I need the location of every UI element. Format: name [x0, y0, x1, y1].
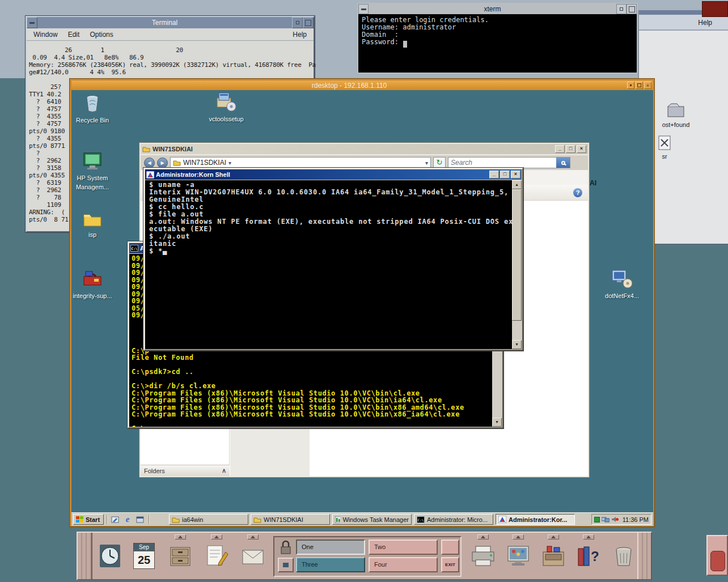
close-button[interactable]: × — [511, 171, 520, 179]
desktop-icon-integrity-support[interactable]: integrity-sup... — [73, 269, 112, 300]
subpanel-arrow-icon[interactable] — [548, 534, 559, 539]
subpanel-arrow-icon[interactable] — [477, 534, 489, 539]
xterm-titlebar[interactable]: xterm — [358, 4, 637, 14]
taskbar-button-win71sdkiai[interactable]: WIN71SDKIAI — [251, 514, 330, 525]
icon-label: integrity-sup... — [73, 292, 112, 300]
scroll-down-icon[interactable]: ▼ — [492, 418, 502, 427]
icon-label: Managem... — [73, 184, 112, 191]
workspace-three-button[interactable]: Three — [296, 557, 365, 572]
chevron-up-icon[interactable]: ∧ — [222, 467, 226, 474]
scrollbar[interactable]: ▲ ▼ — [512, 180, 522, 349]
scroll-up-icon[interactable]: ▲ — [512, 180, 522, 189]
panel-text-editor[interactable] — [203, 541, 230, 571]
search-button[interactable] — [556, 158, 570, 168]
quicklaunch-show-desktop[interactable] — [110, 515, 120, 524]
workspace-one-button[interactable]: One — [296, 539, 365, 555]
refresh-button[interactable]: ↻ — [433, 157, 446, 168]
subpanel-arrow-icon[interactable] — [247, 534, 259, 539]
quicklaunch-explorer[interactable] — [135, 515, 145, 524]
menu-edit[interactable]: Edit — [68, 31, 80, 39]
workspace-two-button[interactable]: Two — [369, 539, 438, 555]
rdesktop-close-button[interactable]: × — [644, 82, 651, 89]
quicklaunch-internet-explorer[interactable]: e — [122, 515, 133, 524]
minimize-button[interactable]: _ — [489, 171, 499, 179]
panel-calendar[interactable]: Sep 25 — [130, 541, 158, 571]
maximize-button[interactable] — [627, 4, 637, 14]
panel-printer[interactable] — [469, 541, 497, 571]
explorer-maximize-button[interactable]: □ — [566, 145, 575, 153]
terminal-titlebar[interactable]: Terminal — [27, 17, 314, 28]
help-icon[interactable]: ? — [573, 188, 582, 197]
rdesktop-titlebar[interactable]: rdesktop - 192.168.1.110 × — [71, 80, 653, 90]
explorer-close-button[interactable]: × — [577, 145, 586, 153]
subpanel-arrow-icon[interactable] — [583, 534, 594, 539]
xterm-body[interactable]: Please enter login credentials. Username… — [358, 14, 637, 73]
maximize-button[interactable]: □ — [500, 171, 510, 179]
dropdown-icon[interactable]: ▾ — [228, 160, 231, 166]
panel-trash[interactable] — [610, 541, 637, 571]
rdesktop-minimize-button[interactable] — [627, 82, 634, 89]
exit-button[interactable]: EXIT — [441, 557, 459, 572]
panel-mail[interactable] — [239, 541, 266, 571]
panel-clock[interactable] — [96, 541, 124, 571]
menu-help[interactable]: Help — [293, 31, 307, 39]
taskbar-button-cmd-console[interactable]: C:\ Administrator: Micro... — [414, 514, 493, 525]
tray-status-icon[interactable] — [594, 517, 600, 522]
workspace-four-button[interactable]: Four — [369, 557, 438, 572]
menu-window[interactable]: Window — [33, 31, 58, 39]
desktop-icon-recycle-bin[interactable]: Recycle Bin — [73, 94, 112, 124]
taskbar-clock[interactable]: 11:36 PM — [623, 516, 649, 523]
rdesktop-maximize-button[interactable] — [636, 82, 643, 89]
folder-small-icon — [172, 516, 180, 523]
panel-style-manager[interactable] — [505, 541, 532, 571]
subpanel-arrow-icon[interactable] — [175, 534, 186, 539]
address-bar[interactable]: WIN71SDKIAI ▾ ▾ — [170, 157, 431, 168]
panel-handle[interactable] — [78, 533, 92, 579]
start-label: Start — [86, 516, 100, 523]
menu-options[interactable]: Options — [90, 31, 113, 39]
window-menu-button[interactable] — [27, 17, 37, 28]
folders-band[interactable]: Folders ∧ — [141, 465, 230, 476]
forward-button[interactable]: ▶ — [157, 158, 168, 168]
explorer-window-icon — [136, 516, 144, 523]
taskbar-button-korn-shell[interactable]: Administrator:Kor... — [496, 514, 575, 525]
network-icon[interactable] — [602, 516, 610, 522]
korn-shell-titlebar[interactable]: Administrator:Korn Shell _ □ × — [145, 169, 522, 180]
subpanel-arrow-icon[interactable] — [513, 534, 524, 539]
panel-application-manager[interactable] — [540, 541, 567, 571]
panel-file-manager[interactable] — [167, 541, 194, 571]
window-menu-button[interactable] — [358, 4, 369, 14]
desktop-icon-dotnetfx[interactable]: dotNetFx4... — [600, 268, 644, 300]
subpanel-arrow-icon[interactable] — [211, 534, 222, 539]
scrollbar-thumb[interactable] — [512, 189, 522, 321]
file-icon-lostfound[interactable]: ost+found — [656, 102, 696, 128]
file-label: ost+found — [656, 121, 696, 128]
back-button[interactable]: ◀ — [144, 158, 155, 168]
desktop-icon-isp[interactable]: isp — [73, 211, 112, 239]
help-menu[interactable]: Help — [698, 19, 712, 27]
xterm-title: xterm — [369, 5, 616, 13]
maximize-button[interactable] — [303, 17, 314, 28]
broken-file-icon — [658, 135, 671, 151]
lock-button[interactable] — [278, 539, 294, 555]
search-input[interactable] — [448, 159, 556, 167]
blank-button[interactable] — [441, 539, 459, 555]
xterm-output: Please enter login credentials. Username… — [358, 14, 637, 48]
dropdown-icon[interactable]: ▾ — [425, 160, 428, 166]
file-icon-sr[interactable]: sr — [651, 135, 678, 160]
volume-muted-icon[interactable] — [611, 516, 619, 522]
desktop-icon-hp-system-management[interactable]: HP System Managem... — [73, 151, 112, 191]
desktop-icon-vctoolssetup[interactable]: vctoolssetup — [206, 91, 246, 123]
explorer-minimize-button[interactable]: _ — [555, 145, 565, 153]
minimize-button[interactable] — [292, 17, 303, 28]
taskbar-button-task-manager[interactable]: Windows Task Manager — [332, 514, 412, 525]
panel-help[interactable]: ? — [575, 541, 602, 571]
korn-shell-body[interactable]: $ uname -a Interix WIN-DV2G07HE4UX 6.0 1… — [145, 180, 522, 349]
taskbar-button-ia64win[interactable]: ia64win — [169, 514, 248, 525]
panel-handle[interactable] — [637, 533, 651, 579]
start-button[interactable]: Start — [73, 514, 104, 525]
explorer-titlebar[interactable]: WIN71SDKIAI _ □ × — [141, 144, 588, 154]
file-label: sr — [651, 153, 678, 160]
minimize-button[interactable] — [616, 4, 627, 14]
scroll-down-icon[interactable]: ▼ — [512, 340, 522, 349]
